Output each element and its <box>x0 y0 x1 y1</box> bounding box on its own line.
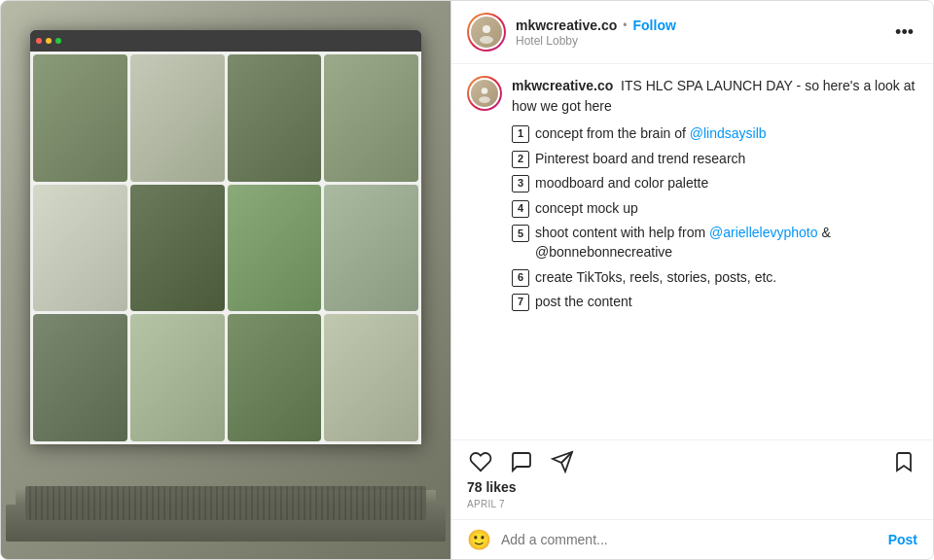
step-text: shoot content with help from @ariellelev… <box>535 224 917 262</box>
step-number: 6 <box>512 269 529 287</box>
keyboard <box>25 486 426 520</box>
pin-item <box>324 185 418 312</box>
step-text: create TikToks, reels, stories, posts, e… <box>535 268 776 288</box>
username: mkwcreative.co <box>516 18 617 33</box>
step-number: 5 <box>512 225 529 242</box>
caption-list: 1concept from the brain of @lindsaysilb2… <box>512 124 917 312</box>
pin-item <box>228 185 322 312</box>
likes-count: 78 likes <box>467 475 917 499</box>
pin-item <box>33 54 127 182</box>
post-date: APRIL 7 <box>467 499 917 515</box>
step-number: 3 <box>512 175 529 192</box>
caption-step: 5shoot content with help from @ariellele… <box>512 224 917 262</box>
step-text: concept from the brain of @lindsaysilb <box>535 124 767 144</box>
laptop-image <box>1 1 450 560</box>
caption-text: mkwcreative.co ITS HLC SPA LAUNCH DAY - … <box>512 76 917 318</box>
action-icons <box>467 448 917 475</box>
emoji-button[interactable]: 🙂 <box>467 528 491 551</box>
caption-step: 2Pinterest board and trend research <box>512 150 917 169</box>
actions-bar: 78 likes APRIL 7 <box>451 439 933 519</box>
pin-item <box>228 314 322 441</box>
caption-username: mkwcreative.co <box>512 78 613 93</box>
svg-point-2 <box>482 88 488 94</box>
step-number: 2 <box>512 151 529 168</box>
comment-button[interactable] <box>508 448 535 475</box>
maximize-dot <box>55 38 61 44</box>
caption-step: 7post the content <box>512 293 917 312</box>
share-button[interactable] <box>549 448 576 475</box>
follow-button[interactable]: Follow <box>633 18 676 33</box>
step-text: post the content <box>535 293 632 312</box>
caption-row: mkwcreative.co ITS HLC SPA LAUNCH DAY - … <box>467 76 917 318</box>
caption-step: 4concept mock up <box>512 199 917 219</box>
bookmark-button[interactable] <box>890 448 917 475</box>
post-header: mkwcreative.co • Follow Hotel Lobby ••• <box>451 1 933 64</box>
step-text: concept mock up <box>535 199 638 219</box>
browser-bar <box>30 30 421 52</box>
pin-item <box>130 54 225 182</box>
pin-item <box>130 185 225 312</box>
pin-item <box>324 54 418 182</box>
caption-area: mkwcreative.co ITS HLC SPA LAUNCH DAY - … <box>451 64 933 439</box>
pin-item <box>228 54 322 182</box>
post-panel: mkwcreative.co • Follow Hotel Lobby ••• <box>450 1 933 559</box>
avatar-inner <box>469 15 504 50</box>
laptop-base <box>6 505 446 542</box>
photo-panel <box>1 1 450 560</box>
location: Hotel Lobby <box>516 34 891 48</box>
step-number: 4 <box>512 200 529 218</box>
pin-item <box>130 314 225 441</box>
caption-step: 3moodboard and color palette <box>512 174 917 193</box>
caption-step: 1concept from the brain of @lindsaysilb <box>512 124 917 144</box>
username-row: mkwcreative.co • Follow <box>516 18 891 33</box>
step-number: 1 <box>512 125 529 143</box>
close-dot <box>36 38 42 44</box>
header-info: mkwcreative.co • Follow Hotel Lobby <box>516 18 891 48</box>
step-text: Pinterest board and trend research <box>535 150 745 169</box>
caption-avatar-inner <box>469 78 500 109</box>
pin-item <box>33 314 127 441</box>
post-comment-button[interactable]: Post <box>888 532 917 547</box>
step-number: 7 <box>512 294 529 311</box>
laptop-screen <box>30 30 421 444</box>
dot-separator: • <box>623 18 627 32</box>
svg-point-1 <box>480 36 493 44</box>
pin-item <box>324 314 418 441</box>
step-text: moodboard and color palette <box>535 174 708 193</box>
avatar <box>467 13 506 52</box>
svg-point-3 <box>479 96 490 103</box>
minimize-dot <box>46 38 52 44</box>
caption-avatar <box>467 76 502 111</box>
svg-point-0 <box>483 25 490 33</box>
comment-input[interactable] <box>501 532 879 547</box>
caption-step: 6create TikToks, reels, stories, posts, … <box>512 268 917 288</box>
pin-item <box>33 185 127 312</box>
like-button[interactable] <box>467 448 494 475</box>
pinterest-grid <box>30 52 421 444</box>
more-options-button[interactable]: ••• <box>891 18 917 47</box>
comment-area: 🙂 Post <box>451 519 933 559</box>
